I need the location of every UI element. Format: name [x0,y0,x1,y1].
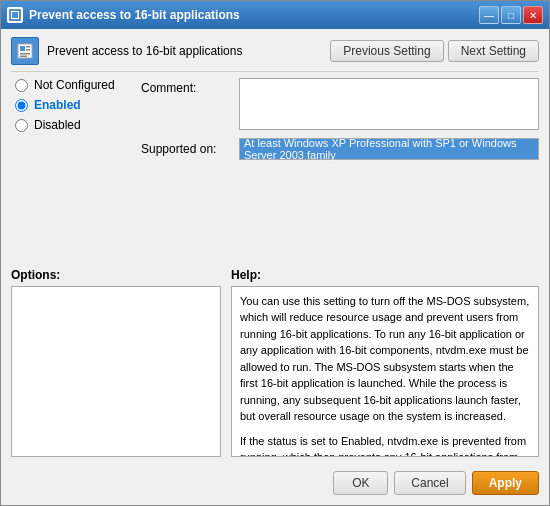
ok-button[interactable]: OK [333,471,388,495]
options-box [11,286,221,458]
not-configured-radio[interactable] [15,79,28,92]
options-help-row: Options: Help: You can use this setting … [11,268,539,458]
minimize-button[interactable]: — [479,6,499,24]
disabled-radio[interactable] [15,119,28,132]
title-bar-buttons: — □ ✕ [479,6,543,24]
radio-options: Not Configured Enabled Disabled [11,78,141,132]
svg-rect-6 [20,53,30,55]
svg-rect-4 [26,46,30,48]
help-paragraph-1: You can use this setting to turn off the… [240,293,530,425]
content-area: Prevent access to 16-bit applications Pr… [1,29,549,505]
help-content-box[interactable]: You can use this setting to turn off the… [231,286,539,458]
help-panel: Help: You can use this setting to turn o… [231,268,539,458]
options-title: Options: [11,268,221,282]
policy-icon [11,37,39,65]
next-setting-button[interactable]: Next Setting [448,40,539,62]
cancel-button[interactable]: Cancel [394,471,465,495]
right-section: Comment: Supported on: At least Windows … [141,78,539,268]
previous-setting-button[interactable]: Previous Setting [330,40,443,62]
policy-header-title: Prevent access to 16-bit applications [47,44,242,58]
svg-rect-3 [20,46,25,51]
comment-textarea[interactable] [239,78,539,130]
enabled-radio[interactable] [15,99,28,112]
help-title: Help: [231,268,539,282]
supported-row: Supported on: At least Windows XP Profes… [141,138,539,160]
apply-button[interactable]: Apply [472,471,539,495]
disabled-option[interactable]: Disabled [15,118,141,132]
comment-row: Comment: [141,78,539,130]
svg-rect-5 [26,49,30,51]
bottom-buttons: OK Cancel Apply [11,465,539,497]
window-title: Prevent access to 16-bit applications [29,8,479,22]
supported-value: At least Windows XP Professional with SP… [239,138,539,160]
enabled-option[interactable]: Enabled [15,98,141,112]
comment-label: Comment: [141,78,231,95]
left-panel: Not Configured Enabled Disabled [11,78,141,268]
options-panel: Options: [11,268,221,458]
close-button[interactable]: ✕ [523,6,543,24]
window-icon [7,7,23,23]
supported-label: Supported on: [141,142,231,156]
header-section: Prevent access to 16-bit applications Pr… [11,37,539,72]
svg-rect-7 [20,56,27,58]
main-window: Prevent access to 16-bit applications — … [0,0,550,506]
not-configured-label: Not Configured [34,78,115,92]
not-configured-option[interactable]: Not Configured [15,78,141,92]
svg-rect-1 [12,12,18,18]
main-content-row: Not Configured Enabled Disabled Comm [11,78,539,268]
enabled-label: Enabled [34,98,81,112]
maximize-button[interactable]: □ [501,6,521,24]
nav-buttons: Previous Setting Next Setting [330,40,539,62]
supported-text: At least Windows XP Professional with SP… [244,137,534,161]
disabled-label: Disabled [34,118,81,132]
title-bar: Prevent access to 16-bit applications — … [1,1,549,29]
help-paragraph-2: If the status is set to Enabled, ntvdm.e… [240,433,530,458]
